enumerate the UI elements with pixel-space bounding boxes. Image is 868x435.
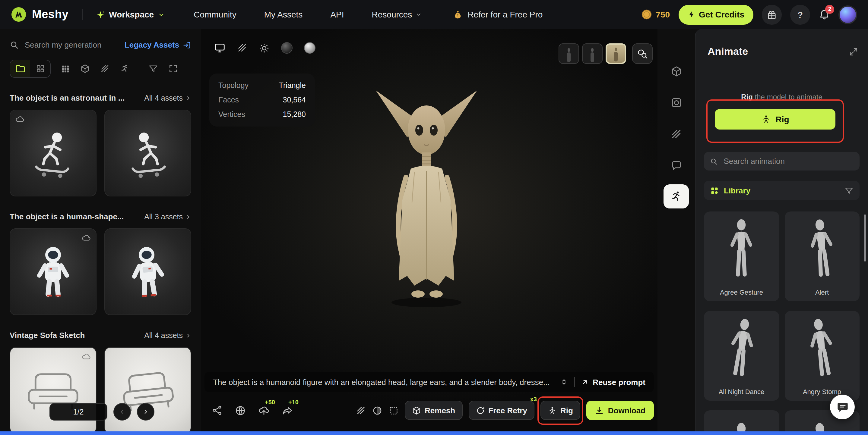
- remesh-button[interactable]: Remesh: [405, 401, 462, 420]
- rail-model-tab[interactable]: [663, 59, 689, 83]
- animation-card[interactable]: Alert: [784, 211, 860, 301]
- share-button[interactable]: +10: [282, 405, 293, 416]
- rail-stylize-tab[interactable]: [663, 153, 689, 177]
- download-button[interactable]: Download: [586, 401, 654, 420]
- skateboard-astronaut-image: [21, 121, 86, 186]
- chat-widget-button[interactable]: [830, 395, 855, 419]
- version-thumbnail-selected[interactable]: [606, 43, 626, 64]
- meshy-logo-icon: [11, 7, 27, 22]
- get-credits-button[interactable]: Get Credits: [678, 4, 753, 24]
- upload-button[interactable]: +50: [258, 405, 270, 416]
- matcap-icon: [372, 405, 382, 415]
- nav-item-my-assets[interactable]: My Assets: [264, 10, 303, 19]
- gift-button[interactable]: [762, 4, 782, 24]
- matcap-light-button[interactable]: [304, 42, 315, 54]
- library-filter-button[interactable]: [844, 186, 854, 195]
- model-filter-button[interactable]: [80, 64, 90, 73]
- version-thumbnail[interactable]: [582, 43, 602, 64]
- lighting-button[interactable]: [259, 42, 270, 53]
- folder-view-button[interactable]: [10, 60, 30, 77]
- grid-view-button[interactable]: [30, 60, 50, 77]
- rig-button[interactable]: Rig: [540, 401, 580, 420]
- expand-panel-button[interactable]: [849, 47, 858, 57]
- reuse-prompt-button[interactable]: Reuse prompt: [581, 377, 645, 387]
- chevron-right-icon: [185, 95, 191, 101]
- section-all-assets-link[interactable]: All 3 assets: [144, 212, 191, 221]
- asset-thumbnail[interactable]: [10, 347, 96, 434]
- wireframe-button[interactable]: [237, 43, 247, 53]
- rail-material-tab[interactable]: [663, 90, 689, 114]
- nav-item-resources[interactable]: Resources: [372, 10, 422, 19]
- help-button[interactable]: ?: [790, 4, 810, 24]
- funnel-icon: [844, 186, 854, 195]
- section-all-assets-link[interactable]: All 4 assets: [144, 331, 191, 339]
- matcap-dark-button[interactable]: [281, 42, 292, 54]
- chevron-right-icon: [185, 213, 191, 220]
- meshy-logo[interactable]: Meshy: [11, 7, 68, 22]
- viewport-canvas[interactable]: Topology Triangle Faces 30,564 Vertices …: [201, 29, 657, 435]
- animate-panel: Animate Rig the model to animate Rig Lib…: [695, 29, 868, 435]
- download-label: Download: [608, 406, 645, 415]
- sidebar-search-input[interactable]: [24, 40, 114, 50]
- animation-label: Agree Gesture: [706, 289, 777, 296]
- nav-item-api[interactable]: API: [330, 10, 344, 19]
- material-tool-button[interactable]: [372, 405, 382, 415]
- free-retry-button[interactable]: Free Retry x3: [468, 401, 534, 420]
- user-avatar[interactable]: [838, 5, 857, 24]
- inspect-model-button[interactable]: [632, 43, 653, 64]
- next-page-button[interactable]: [137, 403, 154, 421]
- animation-card[interactable]: Angry Stomp: [784, 311, 860, 401]
- share-nodes-button[interactable]: [212, 405, 223, 416]
- publish-button[interactable]: [235, 405, 246, 416]
- magnify-model-icon: [637, 48, 648, 59]
- stat-row: Faces 30,564: [218, 96, 306, 104]
- hatch-icon: [100, 64, 110, 73]
- rail-texture-tab[interactable]: [663, 122, 689, 146]
- assets-sidebar: Legacy Assets: [0, 29, 201, 435]
- legacy-assets-label: Legacy Assets: [125, 40, 179, 49]
- top-nav: Meshy Workspace Community My Assets API …: [0, 0, 868, 29]
- legacy-assets-link[interactable]: Legacy Assets: [125, 40, 191, 49]
- asset-thumbnail[interactable]: [104, 110, 191, 196]
- shading-mode-button[interactable]: [214, 42, 226, 54]
- panel-scrollbar[interactable]: [864, 214, 866, 262]
- all-types-filter-button[interactable]: [61, 64, 70, 73]
- funnel-icon: [148, 64, 158, 73]
- refer-link[interactable]: Refer for a Free Pro: [453, 10, 542, 19]
- folder-icon: [16, 64, 25, 73]
- stat-value: Triangle: [279, 81, 306, 90]
- nav-item-community[interactable]: Community: [194, 10, 237, 19]
- rig-model-button[interactable]: Rig: [715, 109, 835, 130]
- hatch-icon: [237, 43, 247, 53]
- library-header[interactable]: Library: [704, 181, 860, 200]
- animation-search-input[interactable]: [723, 156, 854, 166]
- texture-filter-button[interactable]: [100, 64, 110, 73]
- asset-thumbnail[interactable]: [104, 347, 191, 434]
- prev-page-button[interactable]: [114, 403, 131, 421]
- workspace-menu[interactable]: Workspace: [96, 10, 165, 19]
- section-title: The object is an astronaut in ...: [10, 93, 125, 102]
- rail-animate-tab[interactable]: [663, 185, 689, 208]
- animation-card[interactable]: Agree Gesture: [704, 211, 779, 301]
- expand-sidebar-button[interactable]: [168, 64, 178, 73]
- animation-card[interactable]: All Night Dance: [704, 311, 779, 401]
- expand-prompt-button[interactable]: [559, 378, 568, 386]
- version-thumbnail[interactable]: [559, 43, 579, 64]
- asset-thumbnail[interactable]: [10, 228, 96, 315]
- arrow-up-right-icon: [581, 378, 588, 386]
- section-link-label: All 4 assets: [144, 94, 183, 102]
- texture-tool-button[interactable]: [356, 405, 366, 415]
- library-label: Library: [724, 186, 750, 195]
- asset-section-header: The object is a human-shape... All 3 ass…: [10, 212, 191, 221]
- asset-thumbnail[interactable]: [104, 228, 191, 315]
- filter-button[interactable]: [148, 64, 158, 73]
- asset-thumbnail[interactable]: [10, 110, 96, 196]
- animation-filter-button[interactable]: [120, 64, 130, 73]
- select-tool-button[interactable]: [389, 405, 399, 415]
- notifications-button[interactable]: 2: [818, 9, 830, 20]
- asset-section-header: Vintage Sofa Sketch All 4 assets: [10, 331, 191, 340]
- section-all-assets-link[interactable]: All 4 assets: [144, 94, 191, 102]
- credit-balance[interactable]: 750: [641, 9, 670, 20]
- asset-card-row: [10, 110, 191, 196]
- model-3d-figure[interactable]: [359, 82, 494, 311]
